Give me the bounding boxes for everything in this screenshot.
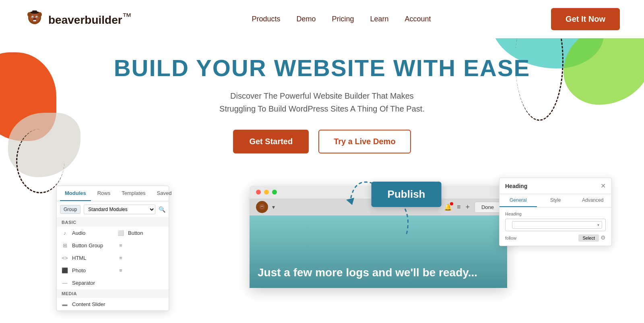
content-slider-icon: ▬ [62,301,68,307]
toolbar-actions: 🔔 ≡ + Done [444,202,501,213]
plus-icon[interactable]: + [465,203,470,211]
photo-icon: ⬛ [62,267,68,273]
settings-title: Heading [505,183,527,189]
module-html-label: HTML [72,255,86,261]
module-html[interactable]: <> HTML [57,252,113,264]
hero-subheadline: Discover The Powerful Website Builder Th… [8,89,636,115]
module-separator[interactable]: — Separator [57,277,113,289]
svg-point-6 [32,17,33,17]
svg-rect-10 [35,20,36,21]
nav-learn[interactable]: Learn [370,15,389,23]
get-it-now-button[interactable]: Get It Now [551,8,620,30]
select-actions: Select ⚙ [578,234,606,242]
logo[interactable]: beaverbuilder™ [24,9,132,30]
module-button-group[interactable]: ⊞ Button Group [57,239,113,252]
select-button[interactable]: Select [578,234,599,242]
heading-select-row[interactable]: ▾ [505,219,606,231]
settings-body: Heading ▾ follow Select ⚙ [500,207,611,246]
separator-icon: — [62,280,68,286]
beaver-small-icon [258,203,266,211]
module-button[interactable]: ⬜ Button [113,227,169,239]
svg-rect-9 [33,20,35,21]
module-photo-label: Photo [72,267,86,273]
minimize-dot[interactable] [264,190,269,195]
settings-panel: Heading ✕ General Style Advanced Heading… [499,178,612,246]
hero-buttons: Get Started Try a Live Demo [8,130,636,153]
header: beaverbuilder™ Products Demo Pricing Lea… [0,0,644,38]
close-dot[interactable] [256,190,261,195]
main-nav: Products Demo Pricing Learn Account [252,15,431,23]
panel-tabs: Modules Rows Templates Saved [57,186,169,201]
section-basic-label: Basic [57,218,169,227]
menu-icon[interactable]: ≡ [457,203,460,211]
tab-rows[interactable]: Rows [93,186,116,201]
group-label: Group [60,205,80,214]
heading-dropdown-arrow[interactable]: ▾ [597,223,599,227]
content-preview-text: Just a few more logs and we'll be ready.… [258,265,477,280]
settings-tab-general[interactable]: General [500,194,537,207]
module-col2-1: ≡ [113,239,169,252]
tab-saved[interactable]: Saved [152,186,177,201]
bb-logo-small [256,201,268,213]
maximize-dot[interactable] [272,190,277,195]
screenshots-area: Modules Rows Templates Saved Group Stand… [0,178,644,306]
module-audio[interactable]: ♪ Audio [57,227,113,239]
done-button[interactable]: Done [475,202,501,213]
module-content-slider-label: Content Slider [72,301,105,307]
settings-gear-icon[interactable]: ⚙ [601,234,606,242]
module-button-group-label: Button Group [72,242,103,248]
settings-tab-style[interactable]: Style [537,194,574,207]
hero-headline: BUILD YOUR WEBSITE WITH EASE [8,54,636,81]
module-button-label: Button [128,230,143,236]
nav-demo[interactable]: Demo [296,15,316,23]
module-separator-label: Separator [72,280,95,286]
modules-dropdown[interactable]: Standard Modules [84,205,155,214]
module-audio-label: Audio [72,230,85,236]
logo-text: beaverbuilder™ [48,11,132,27]
svg-rect-3 [32,10,37,13]
modules-panel: Modules Rows Templates Saved Group Stand… [56,186,169,311]
settings-tab-advanced[interactable]: Advanced [574,194,611,207]
svg-point-16 [262,206,263,207]
html-icon: <> [62,255,68,261]
settings-tabs: General Style Advanced [500,194,611,207]
tab-modules[interactable]: Modules [60,186,91,201]
nav-account[interactable]: Account [405,15,431,23]
module-col2-3: ≡ [113,264,169,277]
select-row: follow Select ⚙ [505,234,606,242]
audio-icon: ♪ [62,230,68,236]
svg-point-17 [262,207,263,208]
tab-templates[interactable]: Templates [117,186,150,201]
nav-pricing[interactable]: Pricing [332,15,354,23]
modules-grid-basic: ♪ Audio ⬜ Button ⊞ Button Group ≡ <> HTM… [57,227,169,289]
svg-point-15 [261,206,262,207]
button-group-icon: ⊞ [62,242,68,248]
section-media-label: Media [57,289,169,298]
live-demo-button[interactable]: Try a Live Demo [318,130,411,153]
panel-search-row: Group Standard Modules 🔍 [57,201,169,218]
button-icon: ⬜ [118,230,124,236]
module-col2-4 [113,277,169,289]
module-photo[interactable]: ⬛ Photo [57,264,113,277]
module-content-slider[interactable]: ▬ Content Slider [57,298,169,311]
bell-icon[interactable]: 🔔 [444,203,452,211]
get-started-button[interactable]: Get Started [233,130,309,153]
beaver-icon [24,9,45,30]
svg-point-7 [36,17,37,17]
module-col2-2: ≡ [113,252,169,264]
follow-label: follow [505,236,516,240]
settings-header: Heading ✕ [500,178,611,194]
svg-point-11 [27,12,31,17]
toolbar-chevron[interactable]: ▾ [272,204,275,210]
svg-marker-13 [346,198,354,205]
search-icon[interactable]: 🔍 [159,206,165,213]
nav-products[interactable]: Products [252,15,280,23]
settings-close-icon[interactable]: ✕ [601,182,606,190]
heading-field-label: Heading [505,211,606,216]
svg-point-12 [38,12,42,17]
svg-point-14 [259,204,265,209]
publish-button[interactable]: Publish [372,182,442,207]
hero-section: BUILD YOUR WEBSITE WITH EASE Discover Th… [0,38,644,178]
